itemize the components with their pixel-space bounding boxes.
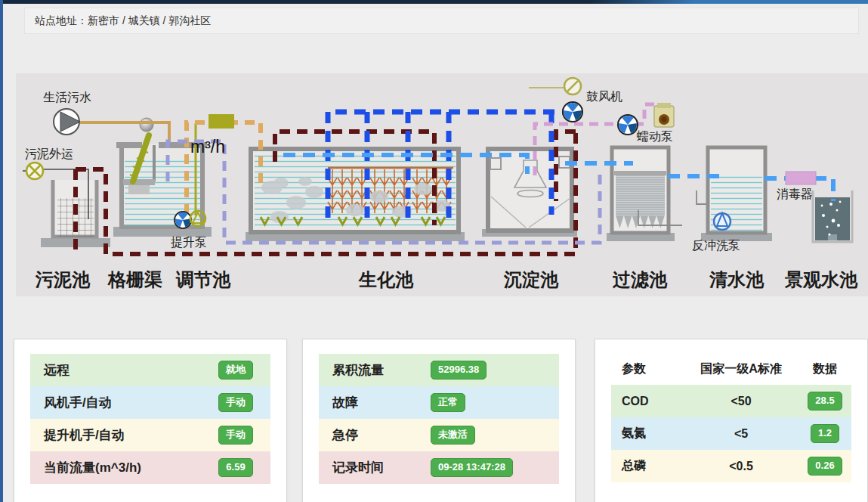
value-badge: 1.2 (811, 424, 839, 442)
value-badge: 52996.38 (431, 361, 487, 379)
row-label: 远程 (30, 361, 201, 379)
column-header: 数据 (798, 361, 851, 377)
blower-label: 鼓风机 (586, 90, 622, 103)
backwash-pump-icon (714, 213, 731, 230)
param-name: 总磷 (611, 458, 684, 474)
row-label: 急停 (319, 426, 431, 444)
row-label: 记录时间 (319, 459, 431, 476)
peristaltic-pump-icon (654, 103, 674, 127)
sludge-out-valve-icon (23, 163, 43, 179)
disinfector-icon (786, 172, 816, 184)
value-badge: 0.26 (808, 457, 842, 475)
peristaltic-pump-label: 蠕动泵 (637, 130, 673, 143)
param-name: 氨氮 (611, 426, 684, 442)
clear-water-tank (701, 147, 772, 241)
row-label: 累积流量 (319, 361, 431, 379)
tank-label-grid: 格栅渠 (107, 269, 162, 290)
tank-label-sedimentation: 沉淀池 (503, 269, 559, 290)
table-row: 提升机手/自动 手动 (30, 419, 270, 451)
row-label: 当前流量(m^3/h) (30, 459, 201, 476)
top-accent-bar (0, 0, 868, 4)
table-row: 当前流量(m^3/h) 6.59 (30, 451, 270, 484)
status-badge: 正常 (431, 393, 465, 411)
tank-label-equalization: 调节池 (175, 269, 231, 290)
timestamp-badge: 09-28 13:47:28 (431, 458, 513, 476)
biochemical-tank (246, 149, 465, 241)
table-row: 记录时间 09-28 13:47:28 (319, 451, 559, 484)
row-label: 故障 (319, 394, 431, 411)
table-row: 故障 正常 (319, 386, 559, 419)
tank-label-sludge: 污泥池 (35, 269, 91, 290)
value-badge: 28.5 (808, 392, 842, 410)
backwash-pump-label: 反冲洗泵 (692, 239, 740, 252)
site-address-bar: 站点地址：新密市 / 城关镇 / 郭沟社区 (24, 8, 859, 34)
value-badge: 6.59 (218, 458, 252, 476)
blower-valve-icon (564, 78, 581, 95)
sludge-out-label: 污泥外运 (25, 147, 73, 160)
standard-value: <50 (684, 395, 798, 408)
blower-fan-icon (562, 102, 583, 122)
sedimentation-tank (482, 149, 577, 237)
standard-value: <0.5 (684, 460, 798, 473)
standard-value: <5 (684, 427, 798, 441)
dosing-fan-icon (617, 115, 638, 135)
table-row: 累积流量 52996.38 (319, 354, 559, 386)
table-row: 急停 未激活 (319, 419, 559, 451)
tank-label-biochemical: 生化池 (358, 269, 414, 290)
table-row: 氨氮 <5 1.2 (611, 417, 851, 450)
left-accent-border (0, 0, 3, 502)
status-badge: 手动 (218, 393, 253, 411)
status-badge: 未激活 (431, 426, 475, 444)
sewage-pump-icon (54, 109, 80, 135)
param-name: COD (611, 395, 684, 408)
landscape-pool (813, 191, 852, 242)
status-badge: 就地 (218, 361, 253, 379)
column-header: 参数 (611, 361, 684, 377)
runtime-status-card: 累积流量 52996.38 故障 正常 急停 未激活 记录时间 09-28 13… (302, 339, 576, 502)
lift-pump-label: 提升泵 (171, 236, 207, 249)
column-header: 国家一级A标准 (684, 361, 798, 377)
control-status-card: 远程 就地 风机手/自动 手动 提升机手/自动 手动 当前流量(m^3/h) 6… (14, 339, 287, 502)
sewage-label: 生活污水 (43, 91, 91, 104)
screen-ball-icon (140, 118, 153, 132)
water-quality-card: 参数 国家一级A标准 数据 COD <50 28.5 氨氮 <5 1.2 总磷 … (595, 339, 868, 502)
table-row: 远程 就地 (30, 354, 270, 386)
table-row: COD <50 28.5 (611, 385, 851, 417)
flow-unit-label: m³/h (190, 137, 225, 156)
tank-label-landscape: 景观水池 (784, 269, 858, 290)
tank-label-clearwater: 清水池 (709, 269, 765, 290)
filter-tank (607, 147, 722, 241)
raw-sewage-pipe (80, 122, 169, 144)
disinfector-label: 消毒器 (777, 187, 813, 200)
table-header-row: 参数 国家一级A标准 数据 (611, 354, 851, 385)
process-flow-diagram: 生活污水 污泥外运 提升泵 鼓风机 蠕动泵 反冲洗泵 消毒器 m³/h 污泥池 … (16, 73, 868, 296)
lift-pump-fan-icon (174, 212, 192, 228)
row-label: 提升机手/自动 (30, 426, 201, 444)
tank-label-filter: 过滤池 (612, 269, 668, 290)
flow-meter (209, 114, 234, 129)
row-label: 风机手/自动 (30, 394, 201, 411)
table-row: 总磷 <0.5 0.26 (611, 450, 851, 482)
site-address-text: 站点地址：新密市 / 城关镇 / 郭沟社区 (25, 14, 211, 28)
status-badge: 手动 (218, 426, 253, 444)
table-row: 风机手/自动 手动 (30, 386, 270, 419)
